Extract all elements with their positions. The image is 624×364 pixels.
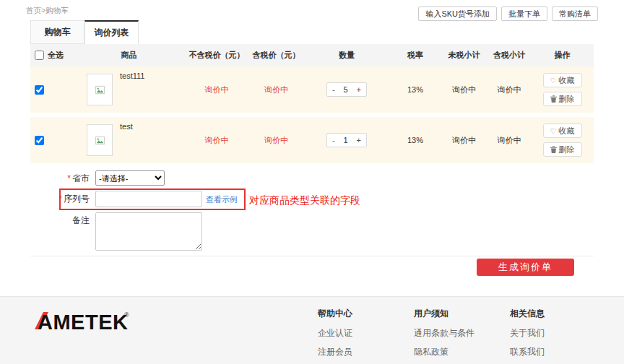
footer-link-terms[interactable]: 通用条款与条件 bbox=[414, 327, 510, 339]
quantity-stepper[interactable]: - 5 + bbox=[326, 82, 367, 97]
footer-col-user-notice: 用户须知 通用条款与条件 隐私政策 网店注册协议 bbox=[414, 308, 510, 364]
remark-textarea[interactable] bbox=[95, 212, 202, 251]
frequent-list-button[interactable]: 常购清单 bbox=[552, 6, 598, 21]
ametek-logo: AMETEK ® bbox=[33, 308, 142, 336]
qty-minus-button[interactable]: - bbox=[332, 85, 335, 94]
tab-shopping-cart[interactable]: 购物车 bbox=[30, 20, 84, 44]
product-image-placeholder[interactable] bbox=[87, 124, 113, 156]
tabs: 购物车 询价列表 bbox=[30, 20, 594, 44]
broken-image-icon bbox=[95, 135, 105, 146]
footer-link-enterprise-cert[interactable]: 企业认证 bbox=[318, 327, 414, 339]
header-product: 商品 bbox=[74, 50, 184, 61]
table-header: 全选 商品 不含税价（元） 含税价（元） 数量 税率 未税小计 含税小计 操作 bbox=[30, 44, 594, 66]
product-title[interactable]: test111 bbox=[113, 66, 144, 80]
serial-label: *序列号 bbox=[30, 191, 95, 205]
product-title[interactable]: test bbox=[113, 117, 133, 131]
header-tax-rate: 税率 bbox=[390, 50, 441, 61]
footer-link-privacy[interactable]: 隐私政策 bbox=[414, 346, 510, 358]
favorite-label: 收藏 bbox=[558, 126, 574, 136]
row-checkbox[interactable] bbox=[35, 136, 44, 145]
header-price-ex-tax: 不含税价（元） bbox=[184, 50, 249, 61]
qty-plus-button[interactable]: + bbox=[357, 85, 361, 94]
batch-order-button[interactable]: 批量下单 bbox=[501, 6, 547, 21]
footer-link-about-us[interactable]: 关于我们 bbox=[510, 327, 606, 339]
view-example-link[interactable]: 查看示例 bbox=[206, 191, 238, 205]
serial-input[interactable] bbox=[95, 191, 202, 207]
subtotal-inc-tax: 询价中 bbox=[488, 135, 531, 146]
heart-icon: ♡ bbox=[550, 77, 557, 84]
footer-col-related: 相关信息 关于我们 联系我们 bbox=[510, 308, 606, 364]
header-subtotal-ex-tax: 未税小计 bbox=[441, 50, 488, 61]
topbar-actions: 输入SKU货号添加 批量下单 常购清单 bbox=[418, 6, 598, 21]
qty-plus-button[interactable]: + bbox=[357, 136, 361, 144]
footer-link-register-member[interactable]: 注册会员 bbox=[318, 346, 414, 358]
tax-rate: 13% bbox=[390, 136, 441, 144]
price-ex-tax: 询价中 bbox=[184, 84, 249, 95]
qty-minus-button[interactable]: - bbox=[332, 136, 335, 144]
subtotal-ex-tax: 询价中 bbox=[441, 84, 488, 95]
qty-value[interactable]: 5 bbox=[344, 85, 348, 94]
required-asterisk: * bbox=[67, 173, 71, 183]
logo-registered-mark: ® bbox=[124, 311, 129, 318]
trash-icon bbox=[550, 95, 557, 103]
annotation-text: 对应商品类型关联的字段 bbox=[249, 191, 360, 207]
main-page: 首页>购物车 输入SKU货号添加 批量下单 常购清单 购物车 询价列表 全选 商… bbox=[0, 0, 624, 296]
quantity-stepper[interactable]: - 1 + bbox=[326, 133, 367, 147]
breadcrumb[interactable]: 首页>购物车 bbox=[26, 6, 69, 16]
delete-label: 删除 bbox=[559, 144, 575, 155]
footer-col-title: 相关信息 bbox=[510, 308, 606, 320]
subtotal-inc-tax: 询价中 bbox=[488, 84, 531, 95]
product-image-placeholder[interactable] bbox=[87, 74, 113, 105]
header-price-inc-tax: 含税价（元） bbox=[249, 50, 303, 61]
footer-col-help: 帮助中心 企业认证 注册会员 登陆网店 bbox=[318, 308, 414, 364]
favorite-label: 收藏 bbox=[558, 75, 574, 86]
tax-rate: 13% bbox=[390, 85, 441, 94]
province-label: *省市 bbox=[30, 170, 95, 185]
subtotal-ex-tax: 询价中 bbox=[441, 135, 488, 146]
price-inc-tax: 询价中 bbox=[249, 135, 303, 146]
qty-value[interactable]: 1 bbox=[344, 136, 348, 144]
province-select[interactable]: -请选择- bbox=[95, 170, 165, 186]
content: 购物车 询价列表 全选 商品 不含税价（元） 含税价（元） 数量 税率 未税小计… bbox=[30, 20, 594, 276]
remark-label: 备注 bbox=[30, 212, 95, 227]
logo-text: AMETEK bbox=[38, 311, 128, 333]
footer: AMETEK ® 帮助中心 企业认证 注册会员 登陆网店 用户须知 通用条款与条… bbox=[0, 296, 624, 364]
select-all-label: 全选 bbox=[48, 50, 64, 61]
footer-link-contact-us[interactable]: 联系我们 bbox=[510, 346, 606, 358]
header-quantity: 数量 bbox=[303, 50, 390, 61]
generate-inquiry-button[interactable]: 生成询价单 bbox=[477, 259, 574, 276]
delete-button[interactable]: 删除 bbox=[543, 142, 582, 157]
row-checkbox[interactable] bbox=[35, 85, 44, 95]
trash-icon bbox=[550, 146, 557, 153]
footer-col-title: 用户须知 bbox=[414, 308, 510, 320]
table-row: test111 询价中 询价中 - 5 + 13% 询价中 询价中 ♡ 收藏 bbox=[30, 66, 594, 113]
favorite-button[interactable]: ♡ 收藏 bbox=[543, 73, 582, 87]
select-all-checkbox[interactable] bbox=[35, 51, 44, 60]
favorite-button[interactable]: ♡ 收藏 bbox=[543, 124, 582, 138]
price-ex-tax: 询价中 bbox=[184, 135, 249, 146]
add-by-sku-button[interactable]: 输入SKU货号添加 bbox=[418, 6, 497, 21]
delete-button[interactable]: 删除 bbox=[543, 92, 582, 106]
required-asterisk: * bbox=[58, 194, 62, 204]
delete-label: 删除 bbox=[559, 94, 575, 105]
inquiry-form: *省市 -请选择- *序列号 查看示例 对应商品类型关联的字段 备注 bbox=[30, 170, 594, 251]
header-actions: 操作 bbox=[531, 50, 594, 61]
broken-image-icon bbox=[95, 84, 105, 95]
footer-col-title: 帮助中心 bbox=[318, 308, 414, 320]
price-inc-tax: 询价中 bbox=[249, 84, 303, 95]
header-subtotal-inc-tax: 含税小计 bbox=[488, 50, 531, 61]
table-row: test 询价中 询价中 - 1 + 13% 询价中 询价中 ♡ 收藏 bbox=[30, 117, 594, 163]
footer-columns: 帮助中心 企业认证 注册会员 登陆网店 用户须知 通用条款与条件 隐私政策 网店… bbox=[318, 308, 606, 364]
heart-icon: ♡ bbox=[550, 127, 557, 135]
tab-inquiry-list[interactable]: 询价列表 bbox=[84, 20, 139, 44]
